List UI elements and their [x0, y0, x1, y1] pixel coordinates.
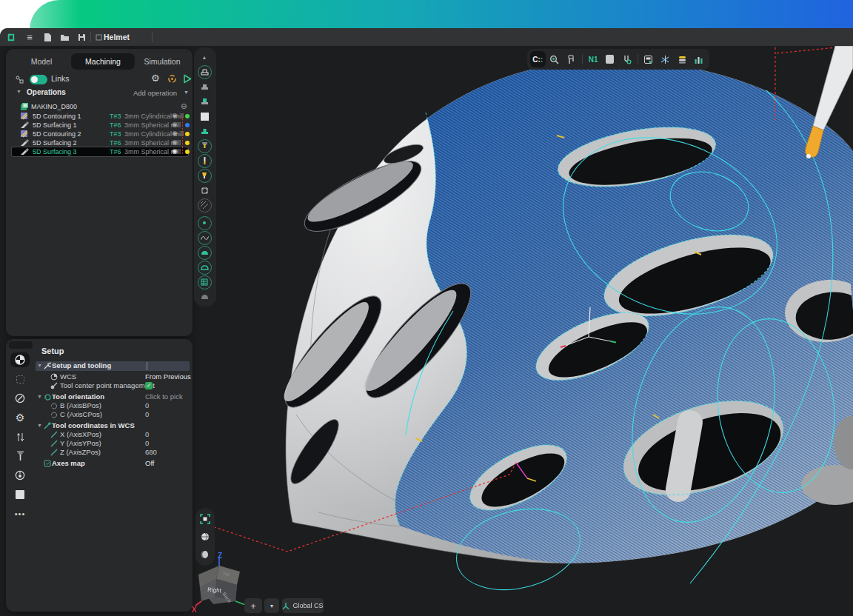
setup-row-label: Z (AxisZPos) [60, 448, 101, 457]
add-cs-button[interactable]: + [244, 598, 262, 613]
setup-row-label: Tool center point management [60, 381, 155, 390]
app-logo-icon[interactable] [4, 31, 16, 43]
setup-row-value[interactable]: From Previous [145, 372, 191, 381]
add-operation-caret-icon[interactable]: ▼ [184, 90, 189, 95]
operation-row[interactable]: 5D Contouring 1 T#3 3mm Cylindrical mill… [12, 112, 188, 121]
ghost-stock-icon[interactable] [195, 289, 214, 304]
setup-row-value[interactable]: 0 [145, 410, 149, 419]
machine-globe-icon[interactable] [10, 468, 30, 483]
layers-stack-button[interactable] [675, 51, 690, 67]
wcs-datum-icon[interactable] [10, 352, 30, 367]
surfaces-icon[interactable] [195, 260, 214, 275]
machine-visibility-icon[interactable] [195, 64, 214, 79]
stock-icon[interactable] [195, 109, 214, 124]
tab-simulation[interactable]: Simulation [136, 53, 188, 70]
stock-square-icon[interactable] [10, 487, 30, 502]
menu-icon[interactable]: ≡ [24, 31, 36, 43]
recalculate-icon[interactable] [167, 74, 177, 84]
setup-row[interactable]: Y (AxisYPos) 0 [36, 439, 190, 448]
view-toolbar: C:: N1 [527, 49, 709, 70]
operation-row[interactable]: 5D Contouring 2 T#3 3mm Cylindrical mill… [12, 130, 188, 138]
setup-row-section[interactable]: Axes map Off [36, 459, 190, 468]
global-cs-button[interactable]: Global CS [282, 598, 324, 613]
new-file-icon[interactable] [41, 31, 53, 43]
setup-row[interactable]: C (AxisCPos) 0 [36, 410, 190, 419]
links-toggle[interactable] [30, 75, 47, 84]
machine-head-icon[interactable] [195, 94, 214, 109]
fit-view-icon[interactable] [195, 512, 215, 526]
panel-drag-handle[interactable] [9, 341, 33, 349]
setup-row[interactable]: B (AxisBPos) 0 [36, 401, 190, 410]
column-splitter[interactable] [147, 362, 147, 370]
nc-program-button[interactable]: N1 [586, 51, 601, 67]
tool-holder-icon[interactable] [195, 168, 214, 183]
chevron-down-icon[interactable]: ▼ [16, 89, 21, 94]
machine-row[interactable]: MAKINO_D800 ⊖ [12, 102, 188, 111]
tool-icon[interactable] [195, 138, 214, 153]
setup-row[interactable]: Tool center point management ✓ [36, 381, 190, 390]
tool-shank-icon[interactable] [195, 153, 214, 168]
setup-row-header[interactable]: ▼ Setup and tooling [36, 361, 190, 371]
settings-gear-icon[interactable]: ⚙ [151, 73, 160, 84]
chevron-down-icon[interactable]: ▼ [37, 361, 42, 370]
checkbox-checked[interactable]: ✓ [145, 382, 153, 389]
machine-parts-icon[interactable] [195, 79, 214, 94]
material-hatch-icon[interactable] [195, 198, 214, 212]
mesh-icon[interactable] [195, 245, 214, 260]
curves-icon[interactable] [195, 230, 214, 245]
setup-row-value[interactable]: 0 [145, 439, 149, 448]
viewport-3d[interactable] [193, 46, 853, 616]
suppress-icon[interactable]: ⊖ [181, 101, 187, 111]
setup-row-label: Setup and tooling [52, 361, 111, 370]
settings-gear-icon[interactable]: ⚙ [10, 410, 30, 425]
document-tab[interactable]: Helmet [104, 28, 130, 46]
axes-sliders-icon[interactable] [10, 429, 30, 444]
collapse-chevron-icon[interactable]: ▲ [195, 50, 214, 64]
tab-model[interactable]: Model [12, 53, 71, 70]
machine-name: MAKINO_D800 [31, 102, 77, 111]
control-panel-button[interactable] [641, 51, 657, 67]
setup-row[interactable]: WCS From Previous [36, 372, 190, 381]
setup-row-value[interactable]: 0 [145, 430, 149, 439]
document-tab-icon [93, 31, 104, 43]
add-operation-button[interactable]: Add operation [133, 89, 177, 97]
setup-row[interactable]: Z (AxisZPos) 680 [36, 448, 190, 457]
operation-row[interactable]: 5D Surfacing 1 T#6 3mm Spherical mill ◉ [12, 121, 188, 130]
fixture-icon[interactable] [195, 124, 214, 138]
simulation-compare-button[interactable]: C:: [530, 51, 546, 67]
visibility-eye-icon[interactable]: ◉ [172, 147, 178, 156]
operation-row[interactable]: 5D Surfacing 2 T#6 3mm Spherical mill ◉ [12, 138, 188, 147]
setup-row-value[interactable]: 0 [145, 401, 149, 410]
stock-block-button[interactable] [602, 51, 618, 67]
chevron-down-icon[interactable]: ▼ [37, 392, 42, 401]
setup-row-section[interactable]: ▼ Tool orientation Click to pick [36, 392, 190, 401]
axes-cross-button[interactable] [658, 51, 673, 67]
tab-machining[interactable]: Machining [71, 53, 135, 70]
selection-region-icon[interactable] [10, 372, 30, 386]
workpiece-box-icon[interactable] [195, 183, 214, 198]
inspect-magnifier-button[interactable] [547, 51, 563, 67]
orbit-view-icon[interactable] [195, 529, 215, 544]
tool-mill-icon[interactable] [10, 449, 30, 463]
setup-row-value[interactable]: Off [145, 459, 155, 468]
statistics-bars-button[interactable] [691, 51, 706, 67]
save-file-icon[interactable] [76, 31, 87, 43]
points-icon[interactable] [195, 215, 214, 230]
tool-with-gear-button[interactable] [619, 51, 635, 67]
more-ellipsis-icon[interactable]: ••• [10, 506, 30, 521]
run-play-icon[interactable] [183, 74, 192, 84]
caliper-measure-button[interactable] [563, 51, 579, 67]
grid-table-icon[interactable] [195, 275, 214, 289]
setup-row-section[interactable]: ▼ Tool coordinates in WCS [36, 421, 190, 430]
surfacing-op-icon [21, 121, 29, 129]
setup-row-value[interactable]: 680 [145, 448, 157, 457]
open-file-icon[interactable] [58, 31, 70, 43]
chevron-down-icon[interactable]: ▼ [37, 421, 42, 430]
setup-row-label: Y (AxisYPos) [60, 439, 101, 448]
setup-row[interactable]: X (AxisXPos) 0 [36, 430, 190, 439]
operation-row-selected[interactable]: 5D Surfacing 3 T#6 3mm Spherical mill ◉ [12, 147, 188, 156]
setup-row-value[interactable]: Click to pick [145, 392, 183, 401]
expand-cs-button[interactable]: ▾ [264, 598, 279, 613]
setup-row-label: C (AxisCPos) [60, 410, 102, 419]
orientation-compass-icon[interactable] [10, 391, 30, 406]
